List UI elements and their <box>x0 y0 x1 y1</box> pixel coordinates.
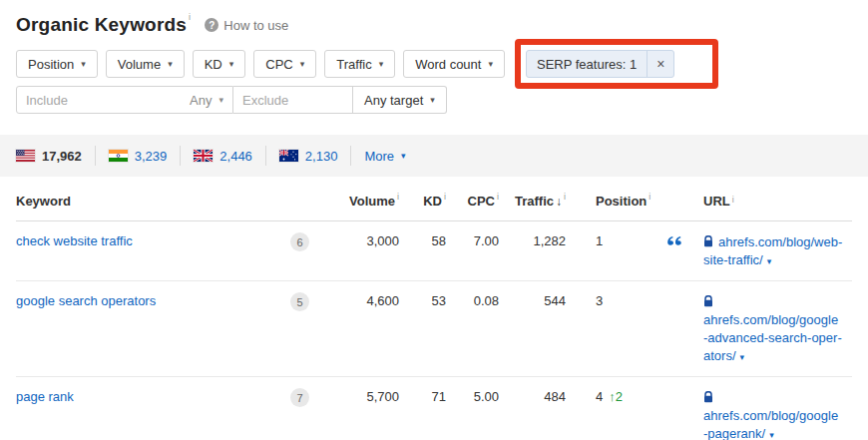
info-icon: i <box>497 192 499 202</box>
filter-position-label: Position <box>28 57 74 72</box>
country-count-gb: 2,446 <box>219 149 252 164</box>
country-tab-us[interactable]: 17,962 <box>16 149 82 164</box>
filter-traffic-label: Traffic <box>336 57 371 72</box>
column-header-position[interactable]: Positioni <box>566 194 655 209</box>
url-link[interactable]: -pagerank/ <box>703 426 765 440</box>
traffic-value: 1,282 <box>499 233 566 248</box>
serp-features-filter-chip: SERP features: 1 × <box>526 50 674 78</box>
cpc-value: 7.00 <box>446 233 499 248</box>
keyword-link[interactable]: google search operators <box>16 293 156 308</box>
caret-down-icon: ▾ <box>379 60 384 69</box>
serp-features-badge[interactable]: 5 <box>290 292 309 311</box>
column-header-cpc[interactable]: CPCi <box>446 194 499 209</box>
kd-value: 71 <box>399 389 446 404</box>
caret-down-icon: ▾ <box>218 96 223 105</box>
filter-volume-label: Volume <box>118 57 161 72</box>
filter-kd-label: KD <box>205 57 222 72</box>
filter-cpc-label: CPC <box>265 57 292 72</box>
serp-features-badge[interactable]: 7 <box>290 388 309 407</box>
position-number: 3 <box>596 293 603 308</box>
include-mode-label: Any <box>190 93 212 108</box>
header-cpc-label: CPC <box>468 194 495 209</box>
volume-value: 5,700 <box>321 389 399 404</box>
info-icon: i <box>397 192 399 202</box>
filter-word-count-dropdown[interactable]: Word count▾ <box>403 50 505 78</box>
more-label: More <box>364 149 394 164</box>
target-dropdown[interactable]: Any target▾ <box>353 86 447 114</box>
include-input[interactable] <box>17 87 190 113</box>
url-link[interactable]: -advanced-search-oper- <box>703 330 842 345</box>
caret-down-icon: ▾ <box>168 60 173 69</box>
featured-snippet-quote-icon[interactable] <box>667 235 684 248</box>
report-header: Organic Keywordsi ? How to use <box>0 0 868 36</box>
filter-kd-dropdown[interactable]: KD▾ <box>193 50 246 78</box>
url-dropdown-caret-icon[interactable]: ▾ <box>769 430 774 440</box>
table-row: google search operators 5 4,600 53 0.08 … <box>16 281 852 377</box>
table-header-row: Keyword Volumei KDi CPCi Traffic↓i Posit… <box>16 177 852 221</box>
https-lock-icon <box>703 235 713 247</box>
column-header-kd[interactable]: KDi <box>399 194 446 209</box>
caret-down-icon: ▾ <box>401 152 406 161</box>
keyword-filter-bar: Any▾ Any target▾ <box>16 86 852 114</box>
info-icon: i <box>732 195 734 205</box>
caret-down-icon: ▾ <box>229 60 234 69</box>
header-volume-label: Volume <box>349 194 395 209</box>
organic-keywords-report: Organic Keywordsi ? How to use Position▾… <box>0 0 868 440</box>
url-link[interactable]: ahrefs.com/blog/google <box>703 408 838 423</box>
keyword-link[interactable]: check website traffic <box>16 233 133 248</box>
filter-position-dropdown[interactable]: Position▾ <box>16 50 98 78</box>
url-dropdown-caret-icon[interactable]: ▾ <box>767 256 772 266</box>
filter-bar: Position▾ Volume▾ KD▾ CPC▾ Traffic▾ Word… <box>16 50 852 78</box>
how-to-use-link[interactable]: ? How to use <box>205 18 288 33</box>
include-mode-dropdown[interactable]: Any▾ <box>190 93 232 108</box>
column-header-keyword[interactable]: Keyword <box>16 194 321 209</box>
flag-in-icon <box>109 150 128 162</box>
filter-volume-dropdown[interactable]: Volume▾ <box>106 50 185 78</box>
position-change: ↑2 <box>609 389 623 404</box>
https-lock-icon <box>703 391 713 403</box>
close-icon: × <box>656 56 664 72</box>
table-row: page rank 7 5,700 71 5.00 484 4↑2 ahrefs… <box>16 377 852 440</box>
filter-traffic-dropdown[interactable]: Traffic▾ <box>324 50 395 78</box>
chip-close-button[interactable]: × <box>647 51 673 77</box>
column-header-volume[interactable]: Volumei <box>321 194 399 209</box>
flag-au-icon <box>279 150 298 162</box>
flag-gb-icon <box>194 150 213 162</box>
url-link[interactable]: ahrefs.com/blog/google <box>703 312 838 327</box>
divider <box>95 146 96 166</box>
serp-features-chip-label[interactable]: SERP features: 1 <box>527 51 647 77</box>
country-tab-au[interactable]: 2,130 <box>279 149 338 164</box>
info-icon: i <box>649 192 651 202</box>
flag-us-icon <box>16 150 35 162</box>
filter-cpc-dropdown[interactable]: CPC▾ <box>253 50 316 78</box>
title-info-icon: i <box>189 12 191 22</box>
page-title-text: Organic Keywords <box>16 14 187 35</box>
country-tab-gb[interactable]: 2,446 <box>194 149 252 164</box>
divider <box>180 146 181 166</box>
header-traffic-label: Traffic <box>515 194 554 209</box>
url-link[interactable]: ators/ <box>703 348 736 363</box>
serp-features-badge[interactable]: 6 <box>290 232 309 251</box>
header-position-label: Position <box>596 194 647 209</box>
header-keyword-label: Keyword <box>16 194 71 209</box>
country-tab-in[interactable]: 3,239 <box>109 149 168 164</box>
position-number: 4 <box>596 389 603 404</box>
caret-down-icon: ▾ <box>81 60 86 69</box>
caret-down-icon: ▾ <box>300 60 305 69</box>
include-filter-group: Any▾ <box>16 86 233 114</box>
how-to-use-label: How to use <box>223 18 288 33</box>
url-dropdown-caret-icon[interactable]: ▾ <box>740 352 745 362</box>
column-header-traffic[interactable]: Traffic↓i <box>499 194 566 209</box>
exclude-input[interactable] <box>233 87 352 113</box>
keyword-link[interactable]: page rank <box>16 389 74 404</box>
country-count-in: 3,239 <box>135 149 168 164</box>
traffic-value: 484 <box>499 389 566 404</box>
url-link[interactable]: ahrefs.com/blog/web- <box>718 234 842 249</box>
column-header-url[interactable]: URLi <box>703 193 852 211</box>
more-countries-dropdown[interactable]: More▾ <box>364 149 405 164</box>
position-value: 4↑2 <box>566 389 655 404</box>
volume-value: 3,000 <box>321 233 399 248</box>
url-link[interactable]: site-traffic/ <box>703 252 763 267</box>
question-circle-icon: ? <box>205 18 218 32</box>
position-number: 1 <box>596 233 603 248</box>
